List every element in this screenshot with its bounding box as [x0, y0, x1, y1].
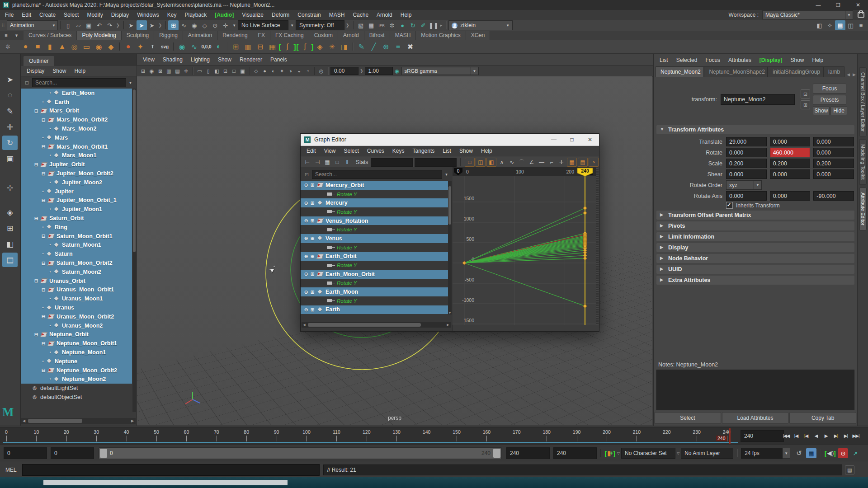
- shelf-tab-bifrost[interactable]: Bifrost: [364, 31, 390, 40]
- ge-menu-select[interactable]: Select: [340, 148, 363, 154]
- connect-icon[interactable]: ≡: [392, 41, 404, 52]
- booleans-icon[interactable]: ⊞: [230, 41, 242, 52]
- ge-menu-curves[interactable]: Curves: [363, 148, 388, 154]
- ae-section-display[interactable]: ▶Display: [656, 243, 854, 252]
- outliner-item-mars_moon_orbit1[interactable]: ⊟Mars_Moon_Orbit1: [21, 142, 132, 151]
- user-account-menu[interactable]: ztklein ▼: [448, 20, 513, 30]
- ge-channel-earth_moon[interactable]: ⊖⊞❖Earth_Moon: [301, 287, 448, 296]
- outliner-item-uranus_moon1[interactable]: •❖Uranus_Moon1: [21, 294, 132, 303]
- copy-tab-button[interactable]: Copy Tab: [789, 412, 856, 424]
- outliner-item-defaultobjectset[interactable]: ⊚defaultObjectSet: [21, 393, 132, 402]
- save-scene-icon[interactable]: ▣: [84, 20, 94, 30]
- open-scene-icon[interactable]: ▱: [73, 20, 84, 30]
- side-tab-channel-box-layer-editor[interactable]: Channel Box / Layer Editor: [859, 67, 867, 136]
- expand-toggle-icon[interactable]: ⊟: [41, 144, 46, 149]
- ae-menu-focus[interactable]: Focus: [701, 57, 724, 63]
- script-editor-icon[interactable]: ▤: [845, 465, 854, 474]
- ge-channel-venus[interactable]: ⊖⊞❖Venus: [301, 234, 448, 243]
- ae-menu-help[interactable]: Help: [808, 57, 828, 63]
- colorspace-icon[interactable]: ◉: [393, 67, 401, 75]
- ge-channel-vscrollbar[interactable]: ▼: [448, 181, 452, 314]
- remesh-icon[interactable]: ▦: [266, 41, 278, 52]
- outliner-item-mars_orbit[interactable]: ⊟Mars_Orbit: [21, 107, 132, 116]
- snap-curve-icon[interactable]: ∿: [179, 20, 189, 30]
- outliner-item-jupiter_moon_orbit2[interactable]: ⊟Jupiter_Moon_Orbit2: [21, 169, 132, 178]
- ge-search-input[interactable]: [312, 170, 442, 179]
- collapse-icon[interactable]: ⊖: [303, 307, 309, 312]
- character-set-field[interactable]: No Character Set: [621, 448, 675, 459]
- notes-field[interactable]: [656, 370, 854, 410]
- shelf-tab-animation[interactable]: Animation: [183, 31, 217, 40]
- textured-icon[interactable]: ◐: [269, 67, 278, 75]
- render-settings-icon[interactable]: ✲: [387, 20, 397, 30]
- camera-select-icon[interactable]: ◉: [147, 67, 156, 75]
- ge-menu-show[interactable]: Show: [455, 148, 477, 154]
- make-live-icon[interactable]: ◉: [176, 41, 188, 52]
- shelf-tab-arnold[interactable]: Arnold: [338, 31, 364, 40]
- image-plane-icon[interactable]: ▤: [173, 67, 182, 75]
- anim-layer-field[interactable]: No Anim Layer: [681, 448, 733, 459]
- select-object-icon[interactable]: ➤: [137, 20, 147, 30]
- outliner-item-defaultlightset[interactable]: ⊚defaultLightSet: [21, 384, 132, 393]
- outliner-search-arrow[interactable]: ▼: [126, 79, 135, 87]
- undo-icon[interactable]: ↶: [94, 20, 104, 30]
- live-surface-arrow[interactable]: ▼: [288, 21, 296, 30]
- viewport-menu-lighting[interactable]: Lighting: [187, 56, 214, 63]
- collapse-icon[interactable]: ⊖: [303, 236, 309, 241]
- outliner-item-neptune[interactable]: •❖Neptune: [21, 357, 132, 366]
- snap-point-icon[interactable]: ◉: [189, 20, 199, 30]
- side-tab-attribute-editor[interactable]: Attribute Editor: [859, 188, 867, 230]
- menu-key[interactable]: Key: [163, 12, 181, 18]
- collapse-icon[interactable]: ⊖: [303, 254, 309, 259]
- mirror-geometry-icon[interactable]: ◨: [338, 41, 350, 52]
- outliner-persp-layout[interactable]: ▤: [2, 253, 18, 267]
- snap-view-icon[interactable]: ⊙: [210, 20, 220, 30]
- viewport-menu-shading[interactable]: Shading: [159, 56, 187, 63]
- live-surface-field[interactable]: No Live Surface: [238, 20, 288, 30]
- camera-lock-icon[interactable]: ⊠: [156, 67, 165, 75]
- outliner-item-jupiter_moon_orbit_1[interactable]: ⊟Jupiter_Moon_Orbit_1: [21, 196, 132, 205]
- lattice-icon[interactable]: ◈: [314, 41, 326, 52]
- ao-icon[interactable]: ◒: [295, 67, 303, 75]
- menu-select[interactable]: Select: [60, 12, 83, 18]
- center-time-icon[interactable]: ◧: [486, 158, 496, 167]
- flat-tangent-icon[interactable]: —: [537, 158, 547, 167]
- snap-grid-icon[interactable]: ⊞: [168, 20, 179, 30]
- menu-set-selector[interactable]: Animation: [7, 20, 50, 30]
- region-keys-icon[interactable]: □: [332, 158, 342, 167]
- outliner-item-ring[interactable]: •❖Ring: [21, 223, 132, 232]
- shelf-tab-motion-graphics[interactable]: Motion Graphics: [416, 31, 466, 40]
- playback-end-field[interactable]: 240: [506, 447, 550, 459]
- poly-plane-icon[interactable]: ▭: [80, 41, 93, 52]
- poly-cylinder-icon[interactable]: ▮: [44, 41, 56, 52]
- animation-end-field[interactable]: 240: [553, 447, 597, 459]
- attr-value-field[interactable]: 0.200: [726, 159, 767, 168]
- expand-toggle-icon[interactable]: ⊟: [41, 341, 46, 346]
- play-forwards-button[interactable]: ▶: [821, 430, 831, 441]
- auto-tangent-icon[interactable]: ∧: [497, 158, 507, 167]
- collapse-icon[interactable]: ⊖: [303, 290, 309, 295]
- symmetry-field[interactable]: Symmetry: Off: [296, 20, 344, 30]
- zero-transform-icon[interactable]: 0,0,0: [200, 41, 212, 52]
- render-region-icon[interactable]: ▦: [366, 20, 377, 30]
- expand-icon[interactable]: ⊞: [310, 183, 315, 188]
- shelf-tab-rigging[interactable]: Rigging: [154, 31, 183, 40]
- linear-tangent-icon[interactable]: ∠: [527, 158, 537, 167]
- stacked-view-icon[interactable]: ◔: [589, 158, 599, 167]
- transform-name-field[interactable]: Neptune_Moon2: [721, 94, 795, 105]
- outliner-item-earth[interactable]: •❖Earth: [21, 98, 132, 107]
- ge-attr-rotate-y[interactable]: Rotate Y: [301, 225, 448, 234]
- lights-icon[interactable]: ✦: [278, 67, 286, 75]
- attr-value-field[interactable]: 0.000: [770, 137, 811, 146]
- ae-section-uuid[interactable]: ▶UUID: [656, 265, 854, 274]
- fps-arrow[interactable]: ▼: [783, 448, 790, 459]
- sculpt-sphere-icon[interactable]: ●: [122, 41, 134, 52]
- expand-icon[interactable]: ⊞: [310, 307, 315, 312]
- menu-playback[interactable]: Playback: [181, 12, 211, 18]
- ae-section-pivots[interactable]: ▶Pivots: [656, 221, 854, 230]
- safe-title-icon[interactable]: ▣: [238, 67, 247, 75]
- insert-keys-icon[interactable]: ⊣: [312, 158, 322, 167]
- ae-section-extra-attributes[interactable]: ▶Extra Attributes: [656, 276, 854, 285]
- outliner-item-neptune_moon_orbit1[interactable]: ⊟Neptune_Moon_Orbit1: [21, 339, 132, 348]
- poly-disc-icon[interactable]: ◉: [93, 41, 105, 52]
